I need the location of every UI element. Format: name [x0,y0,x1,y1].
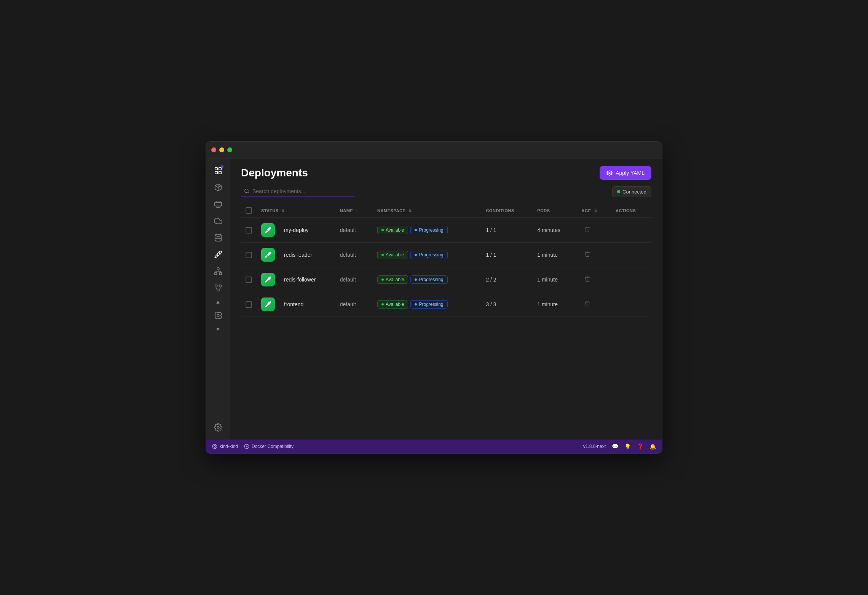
close-button[interactable] [211,147,216,152]
available-dot [381,254,384,256]
docker-compatibility[interactable]: Docker Compatibility [244,444,294,449]
age-header[interactable]: AGE ⇅ [577,203,611,218]
svg-point-14 [217,426,219,429]
svg-rect-2 [215,171,217,174]
help-icon[interactable]: ❓ [637,443,643,449]
row-checkbox-my-deploy[interactable] [246,227,252,234]
name-header[interactable]: NAME ↑ [335,203,373,218]
svg-rect-9 [219,273,222,275]
sidebar-item-grid[interactable] [211,163,226,178]
sidebar-item-stack[interactable] [211,197,226,212]
available-badge-redis-leader: Available [377,251,408,259]
svg-point-19 [269,278,270,279]
progressing-badge-my-deploy: Progressing [410,226,447,234]
available-badge-redis-follower: Available [377,275,408,284]
select-all-checkbox[interactable] [246,207,252,214]
sidebar-collapse-up[interactable]: ▲ [211,296,226,307]
table-header: STATUS ⇅ NAME ↑ NAMESPACE ⇅ [241,203,651,218]
sidebar-item-cube[interactable] [211,180,226,195]
sidebar-bottom [211,419,226,436]
row-checkbox-cell [241,243,257,267]
row-conditions-cell: Available Progressing [373,243,481,267]
progressing-badge-redis-follower: Progressing [410,275,447,284]
svg-point-13 [217,314,219,317]
row-age-cell: 1 minute [533,267,577,292]
svg-point-6 [219,253,220,253]
row-actions-cell [577,243,611,267]
svg-rect-3 [219,171,221,174]
sidebar-item-rocket[interactable] [211,247,226,262]
svg-point-15 [609,172,610,174]
search-input[interactable] [241,186,355,197]
sidebar: ▲ ▼ [206,158,230,440]
app-window: ▲ ▼ Deployments [206,141,662,454]
row-pods-cell: 1 / 1 [481,218,533,243]
namespace-sort-icon: ⇅ [408,209,412,213]
delete-button-frontend[interactable] [581,299,594,310]
row-name-cell[interactable]: my-deploy [279,218,335,243]
row-name-cell[interactable]: frontend [279,292,335,317]
svg-rect-0 [215,168,217,170]
delete-button-my-deploy[interactable] [581,225,594,235]
svg-rect-11 [219,285,221,287]
row-checkbox-cell [241,267,257,292]
deployments-table-container: STATUS ⇅ NAME ↑ NAMESPACE ⇅ [230,197,662,440]
title-bar [206,142,662,158]
trash-icon [584,276,590,282]
row-namespace-cell: default [335,243,373,267]
table-body: my-deploy default Available Progressing … [241,218,651,317]
age-sort-icon: ⇅ [594,209,597,213]
row-name-cell[interactable]: redis-follower [279,267,335,292]
lightbulb-icon[interactable]: 💡 [624,443,631,449]
search-row: Connected [230,180,662,197]
delete-button-redis-follower[interactable] [581,274,594,285]
maximize-button[interactable] [227,147,232,152]
rocket-deploy-icon [264,251,272,259]
deployments-table: STATUS ⇅ NAME ↑ NAMESPACE ⇅ [241,203,651,317]
row-checkbox-redis-leader[interactable] [246,252,252,258]
row-conditions-cell: Available Progressing [373,267,481,292]
namespace-header[interactable]: NAMESPACE ⇅ [373,203,481,218]
sidebar-item-database[interactable] [211,230,226,245]
deploy-icon-my-deploy [261,223,275,237]
row-conditions-cell: Available Progressing [373,292,481,317]
sidebar-item-settings[interactable] [211,420,226,435]
row-icon-cell [257,292,279,317]
delete-button-redis-leader[interactable] [581,250,594,260]
notification-dot [221,165,223,168]
cluster-info[interactable]: kind-kind [212,444,238,449]
row-pods-cell: 1 / 1 [481,243,533,267]
trash-icon [584,226,590,232]
sidebar-item-cloud[interactable] [211,213,226,229]
sidebar-item-network[interactable] [211,264,226,279]
row-age-cell: 1 minute [533,292,577,317]
conditions-container-redis-leader: Available Progressing [377,251,477,259]
apply-yaml-button[interactable]: Apply YAML [600,166,651,180]
bell-icon[interactable]: 🔔 [649,443,656,449]
sidebar-collapse-down[interactable]: ▼ [211,324,226,334]
row-checkbox-cell [241,292,257,317]
sidebar-item-puzzle[interactable] [211,308,226,323]
available-dot [381,303,384,305]
minimize-button[interactable] [219,147,224,152]
available-dot [381,229,384,231]
row-actions-cell [577,218,611,243]
progressing-dot [415,229,417,231]
row-icon-cell [257,218,279,243]
row-name-cell[interactable]: redis-leader [279,243,335,267]
chat-icon[interactable]: 💬 [612,443,618,449]
row-checkbox-redis-follower[interactable] [246,277,252,283]
row-pods-cell: 3 / 3 [481,292,533,317]
available-badge-frontend: Available [377,300,408,309]
select-all-header[interactable] [241,203,257,218]
content-area: Deployments Apply YAML [230,158,662,440]
search-icon [244,189,249,195]
available-dot [381,278,384,281]
row-checkbox-cell [241,218,257,243]
progressing-dot [415,303,417,305]
status-header[interactable]: STATUS ⇅ [257,203,335,218]
row-pods-cell: 2 / 2 [481,267,533,292]
trash-icon [584,251,590,257]
row-checkbox-frontend[interactable] [246,301,252,308]
sidebar-item-flow[interactable] [211,280,226,296]
